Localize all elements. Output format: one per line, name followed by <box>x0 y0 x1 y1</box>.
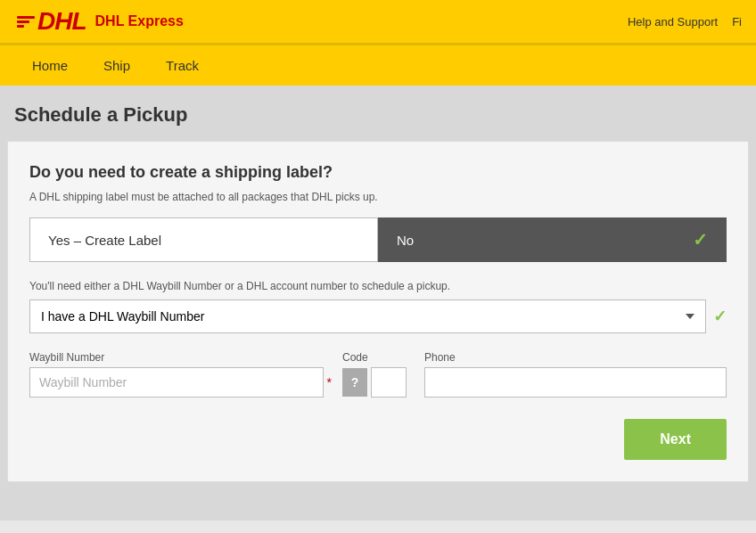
code-field-group: Code ? <box>342 351 414 398</box>
brand-name: DHL Express <box>95 13 184 29</box>
header-left: DHL DHL Express <box>14 7 184 36</box>
no-button[interactable]: No ✓ <box>378 217 727 262</box>
waybill-info-text: You'll need either a DHL Waybill Number … <box>29 280 727 292</box>
page-background: Schedule a Pickup Do you need to create … <box>0 86 756 521</box>
dhl-logo: DHL <box>14 7 86 36</box>
page-title: Schedule a Pickup <box>0 103 756 141</box>
logo-line-2 <box>17 20 29 23</box>
phone-field-group: Phone <box>424 351 727 398</box>
logo-lines <box>17 16 35 28</box>
no-label: No <box>397 233 414 248</box>
nav-ship[interactable]: Ship <box>86 45 148 86</box>
form-question: Do you need to create a shipping label? <box>29 163 727 182</box>
waybill-number-input[interactable] <box>29 367 324 398</box>
header-nav-fi: Fi <box>732 15 742 29</box>
nav-home[interactable]: Home <box>14 45 86 86</box>
required-star: * <box>327 375 332 390</box>
waybill-type-select[interactable]: I have a DHL Waybill Number I have a DHL… <box>29 299 706 333</box>
waybill-number-label: Waybill Number <box>29 351 332 364</box>
navigation: Home Ship Track <box>0 45 756 86</box>
logo-line-3 <box>17 25 24 28</box>
logo-text: DHL <box>37 7 86 36</box>
header-right: Help and Support Fi <box>628 15 742 29</box>
waybill-select-row: I have a DHL Waybill Number I have a DHL… <box>29 299 727 333</box>
waybill-field-group: Waybill Number * <box>29 351 332 398</box>
code-label: Code <box>342 351 414 364</box>
code-help-button[interactable]: ? <box>342 368 367 397</box>
logo-line-1 <box>17 16 35 19</box>
code-input[interactable] <box>371 367 407 398</box>
schedule-card: Do you need to create a shipping label? … <box>7 141 749 482</box>
fields-row: Waybill Number * Code ? Phone <box>29 351 727 398</box>
help-support-link[interactable]: Help and Support <box>628 15 718 29</box>
header: DHL DHL Express Help and Support Fi <box>0 0 756 45</box>
waybill-input-row: * <box>29 367 332 398</box>
selected-checkmark: ✓ <box>693 229 708 250</box>
select-check-icon: ✓ <box>713 307 727 326</box>
action-row: Next <box>29 419 727 460</box>
code-input-row: ? <box>342 367 414 398</box>
next-button[interactable]: Next <box>624 419 727 460</box>
nav-track[interactable]: Track <box>148 45 217 86</box>
yes-create-label-button[interactable]: Yes – Create Label <box>29 217 378 262</box>
phone-label: Phone <box>424 351 727 364</box>
label-toggle-row: Yes – Create Label No ✓ <box>29 217 727 262</box>
form-subtext: A DHL shipping label must be attached to… <box>29 191 727 203</box>
phone-input[interactable] <box>424 367 727 398</box>
